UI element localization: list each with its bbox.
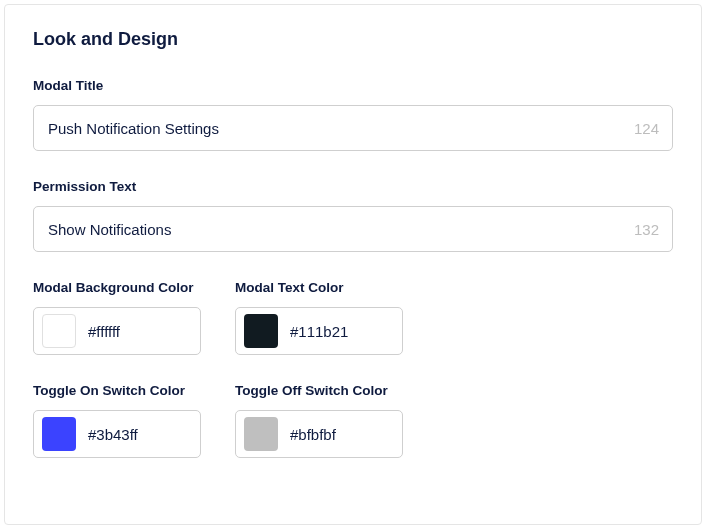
modal-text-color-label: Modal Text Color	[235, 280, 403, 295]
toggle-on-color-picker[interactable]: #3b43ff	[33, 410, 201, 458]
toggle-on-color-field: Toggle On Switch Color #3b43ff	[33, 383, 201, 458]
toggle-off-color-picker[interactable]: #bfbfbf	[235, 410, 403, 458]
color-row-2: Toggle On Switch Color #3b43ff Toggle Of…	[33, 383, 673, 458]
toggle-on-color-hex: #3b43ff	[88, 426, 138, 443]
toggle-off-color-hex: #bfbfbf	[290, 426, 336, 443]
modal-title-field: Modal Title 124	[33, 78, 673, 151]
permission-text-input-wrapper: 132	[33, 206, 673, 252]
toggle-off-color-swatch	[244, 417, 278, 451]
section-title: Look and Design	[33, 29, 673, 50]
permission-text-field: Permission Text 132	[33, 179, 673, 252]
toggle-on-color-label: Toggle On Switch Color	[33, 383, 201, 398]
modal-text-color-hex: #111b21	[290, 323, 348, 340]
modal-bg-color-picker[interactable]: #ffffff	[33, 307, 201, 355]
permission-text-input[interactable]	[33, 206, 673, 252]
modal-bg-color-field: Modal Background Color #ffffff	[33, 280, 201, 355]
toggle-off-color-field: Toggle Off Switch Color #bfbfbf	[235, 383, 403, 458]
modal-title-input[interactable]	[33, 105, 673, 151]
modal-bg-color-label: Modal Background Color	[33, 280, 201, 295]
color-row-1: Modal Background Color #ffffff Modal Tex…	[33, 280, 673, 355]
modal-text-color-swatch	[244, 314, 278, 348]
toggle-on-color-swatch	[42, 417, 76, 451]
permission-text-label: Permission Text	[33, 179, 673, 194]
modal-bg-color-hex: #ffffff	[88, 323, 120, 340]
toggle-off-color-label: Toggle Off Switch Color	[235, 383, 403, 398]
modal-bg-color-swatch	[42, 314, 76, 348]
modal-text-color-picker[interactable]: #111b21	[235, 307, 403, 355]
modal-text-color-field: Modal Text Color #111b21	[235, 280, 403, 355]
modal-title-label: Modal Title	[33, 78, 673, 93]
modal-title-input-wrapper: 124	[33, 105, 673, 151]
look-and-design-panel: Look and Design Modal Title 124 Permissi…	[4, 4, 702, 525]
